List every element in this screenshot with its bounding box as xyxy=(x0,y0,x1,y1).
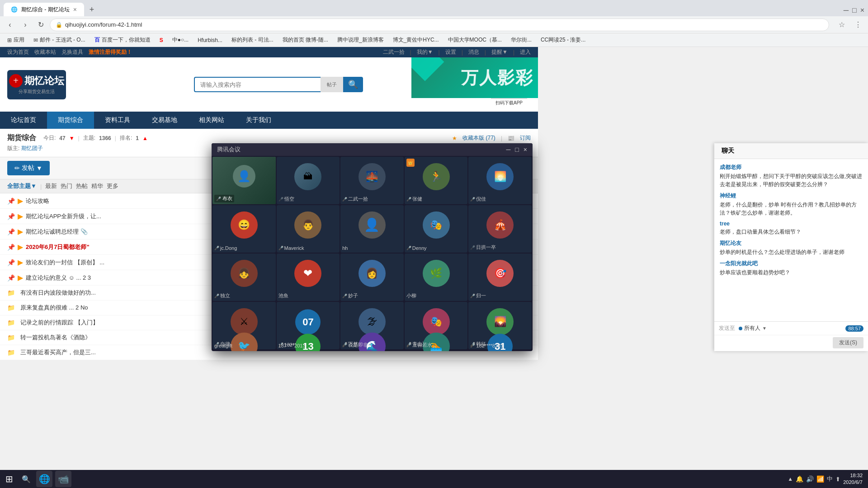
bookmark-star-icon2: ★ xyxy=(452,135,457,141)
bookmark-biaodi[interactable]: 标的列表 - 司法... xyxy=(228,35,277,45)
filter-elite[interactable]: 精华 xyxy=(91,182,103,190)
network-icon[interactable]: 📶 xyxy=(816,475,824,483)
nav-home[interactable]: 论坛首页 xyxy=(0,112,47,129)
taskbar-search-button[interactable]: 🔍 xyxy=(18,471,34,487)
nav-futures[interactable]: 期货综合 xyxy=(47,112,94,129)
subscribe-link[interactable]: 订阅 xyxy=(520,134,531,142)
enter-link[interactable]: 进入 xyxy=(520,48,531,56)
exchange-tools-link[interactable]: 兑换道具 xyxy=(61,48,83,56)
taskbar-meeting-app[interactable]: 📹 xyxy=(55,471,71,487)
site-logo[interactable]: 十 期忆论坛 分享期货交易生活 xyxy=(7,70,66,99)
ime-indicator[interactable]: 中 xyxy=(827,475,833,483)
send-button[interactable]: 发送(S) xyxy=(833,337,863,348)
back-button[interactable]: ‹ xyxy=(4,19,16,31)
chat-message-3: tree 老师，盘口动量具体怎么看细节？ xyxy=(720,221,863,236)
search-button[interactable]: 🔍 xyxy=(343,77,363,92)
restore-button[interactable]: □ xyxy=(852,6,857,14)
participant-nijia[interactable]: 🌅 🎤 倪佳 xyxy=(468,157,532,204)
nav-about[interactable]: 关于我们 xyxy=(235,112,282,129)
participant-duli[interactable]: 👧 🎤 独立 xyxy=(212,253,276,301)
bookmark-baidu[interactable]: 百 百度一下，你就知道 xyxy=(91,35,154,45)
bookmark-bowen[interactable]: 博文_黄佐中HYC... xyxy=(389,35,443,45)
active-tab[interactable]: 🌐 期忆综合 - 期忆论坛 × xyxy=(4,3,84,16)
register-reward-link[interactable]: 激情注册得奖励！ xyxy=(89,48,132,56)
folder-icon8: 📁 xyxy=(7,304,15,311)
participant-jcdong[interactable]: 😄 🎤 jc.Dong xyxy=(212,205,276,253)
bookmark-link[interactable]: 收藏本版 (77) xyxy=(462,134,495,142)
participant-name-buyi: 🎤 布衣 xyxy=(214,195,234,202)
remind-link[interactable]: 提醒▼ xyxy=(491,48,508,56)
participant-erwuyi[interactable]: 🌉 🎤 二武一拾 xyxy=(340,157,404,204)
bookmark-huaer[interactable]: 华尔街... xyxy=(507,35,535,45)
admin-name-link[interactable]: 期忆团子 xyxy=(21,145,43,151)
message-link[interactable]: 消息 xyxy=(468,48,479,56)
participant-wukong[interactable]: 🏔 🎤 悟空 xyxy=(277,157,340,204)
meeting-maximize-btn[interactable]: □ xyxy=(515,146,519,153)
bookmark-site-link[interactable]: 收藏本站 xyxy=(34,48,56,56)
filter-hot[interactable]: 热门 xyxy=(61,182,72,190)
bookmark-s[interactable]: S xyxy=(156,36,167,44)
participant-chiyu[interactable]: ❤ 池鱼 xyxy=(277,253,340,301)
bookmark-cc[interactable]: CC网读25 - 淮姜... xyxy=(537,35,589,45)
chat-header: 聊天 xyxy=(714,143,868,159)
refresh-button[interactable]: ↻ xyxy=(34,19,47,31)
minimize-button[interactable]: ─ xyxy=(844,6,849,14)
volume-icon[interactable]: 🔊 xyxy=(806,475,814,483)
settings-link[interactable]: 设置 xyxy=(445,48,456,56)
bookmark-zhong[interactable]: 中●○... xyxy=(169,35,193,45)
filter-all[interactable]: 全部主题▼ xyxy=(7,182,37,190)
erwuyi-link[interactable]: 二武一拾 xyxy=(383,48,405,56)
participant-zhanjian[interactable]: 👑 🏃 🎤 张健 xyxy=(405,157,468,204)
bookmark-apps-label: 应用 xyxy=(14,36,24,44)
participant-hh[interactable]: 👤 hh xyxy=(340,205,404,253)
filter-more[interactable]: 更多 xyxy=(107,182,118,190)
participant-name-riyi: 🎤 日拱一卒 xyxy=(470,244,496,251)
tab-title: 期忆综合 - 期忆论坛 xyxy=(21,6,70,14)
new-tab-button[interactable]: + xyxy=(84,3,100,16)
folder-icon5: 📌 xyxy=(7,259,15,266)
bookmark-tengzhong[interactable]: 腾中说理_新浪博客 xyxy=(334,35,387,45)
tab-close-icon[interactable]: × xyxy=(73,6,77,13)
chat-message-5: 一念阳光就此吧 炒单应该也要顺着趋势炒吧？ xyxy=(720,260,863,277)
participant-riyi[interactable]: 🎪 🎤 日拱一卒 xyxy=(468,205,532,253)
participant-buyi[interactable]: 👤 🎤 布衣 xyxy=(212,157,276,204)
set-homepage-link[interactable]: 设为首页 xyxy=(7,48,29,56)
my-link[interactable]: 我的▼ xyxy=(417,48,433,56)
post-button[interactable]: ✏ 发帖 ▼ xyxy=(7,161,50,175)
forward-button[interactable]: › xyxy=(19,19,32,31)
meeting-window: 腾讯会议 ─ □ × 👤 🎤 布衣 xyxy=(212,143,533,351)
bookmark-mail[interactable]: ✉ 邮件 - 王连武 - O... xyxy=(30,35,89,45)
participant-xiaoliu[interactable]: 🌿 小柳 xyxy=(405,253,468,301)
participant-maverick[interactable]: 👨 🎤 Maverick xyxy=(277,205,340,253)
meeting-minimize-btn[interactable]: ─ xyxy=(506,146,510,153)
filter-latest[interactable]: 最新 xyxy=(45,182,57,190)
notification-icon[interactable]: 🔔 xyxy=(796,475,803,483)
recipient-selector[interactable]: 所有人 ▼ xyxy=(739,324,767,332)
start-button[interactable]: ⊞ xyxy=(0,470,18,488)
filter-hotpost[interactable]: 热帖 xyxy=(76,182,88,190)
sticky-arrow-icon: ▶ xyxy=(18,197,23,205)
participant-guiyi[interactable]: 🎯 🎤 归一 xyxy=(468,253,532,301)
chat-text-1: 刚开始锻炼甲醇，想问下关于甲醇的突破应该怎么做,突破进去老是被晃出来，甲醇的假突… xyxy=(720,172,863,188)
meeting-close-btn[interactable]: × xyxy=(524,146,527,153)
bookmark-star-icon[interactable]: ☆ xyxy=(835,19,848,31)
participant-miaozi[interactable]: 👩 🎤 妙子 xyxy=(340,253,404,301)
nav-tools[interactable]: 资料工具 xyxy=(94,112,141,129)
browser-menu-icon[interactable]: ⋮ xyxy=(852,19,864,31)
folder-icon9: 📁 xyxy=(7,319,15,326)
bookmark-apps[interactable]: ⊞ 应用 xyxy=(4,35,28,45)
close-window-button[interactable]: × xyxy=(860,6,864,14)
forum-topic-label: 主题: xyxy=(83,134,95,142)
search-input[interactable] xyxy=(194,77,321,92)
mail-icon: ✉ xyxy=(33,37,38,43)
bookmark-mooc[interactable]: 中国大学MOOC（慕... xyxy=(444,35,505,45)
bookmark-weibo[interactable]: 我的首页 微博-随... xyxy=(279,35,332,45)
bookmark-hfurbish[interactable]: Hfurbish... xyxy=(194,36,226,44)
taskbar-browser-app[interactable]: 🌐 xyxy=(36,471,52,487)
participant-denny[interactable]: 🎭 🎤 Denny xyxy=(405,205,468,253)
chat-input-section: 发送至 所有人 ▼ 88:57 xyxy=(714,321,868,335)
nav-trading[interactable]: 交易基地 xyxy=(141,112,188,129)
nav-related[interactable]: 相关网站 xyxy=(188,112,235,129)
sticky-arrow-icon2: ▶ xyxy=(18,212,23,221)
show-hidden-icon[interactable]: ▲ xyxy=(788,476,793,482)
